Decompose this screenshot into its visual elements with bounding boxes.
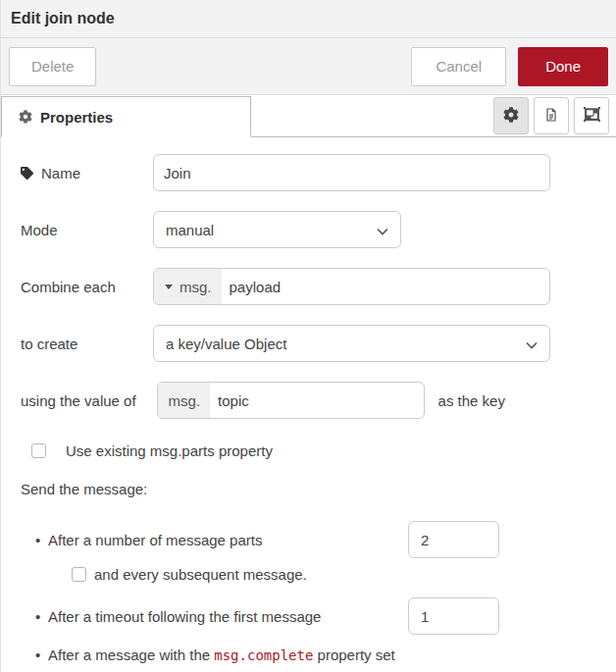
key-typed-input: msg. <box>157 382 425 419</box>
name-input[interactable] <box>153 154 550 191</box>
use-parts-label: Use existing msg.parts property <box>66 442 273 459</box>
count-trigger-item: After a number of message parts <box>21 521 596 558</box>
tab-properties-label: Properties <box>40 109 113 126</box>
combine-typed-input: msg. <box>153 268 550 305</box>
send-message-heading: Send the message: <box>21 481 596 497</box>
key-label: using the value of <box>21 392 136 409</box>
dialog-toolbar: Delete Cancel Done <box>1 38 616 95</box>
caret-down-icon <box>165 284 173 289</box>
tab-properties[interactable]: Properties <box>1 96 251 137</box>
document-icon <box>543 107 559 126</box>
tab-icon-buttons <box>493 97 609 134</box>
use-parts-row: Use existing msg.parts property <box>31 442 596 459</box>
mode-label: Mode <box>21 222 153 238</box>
edit-node-dialog: Edit join node Delete Cancel Done Proper… <box>0 0 616 672</box>
name-row: Name <box>21 154 596 191</box>
cancel-button[interactable]: Cancel <box>411 47 506 86</box>
tag-icon <box>21 167 33 180</box>
gear-icon <box>503 107 519 126</box>
tab-bar: Properties <box>1 95 616 137</box>
mode-select[interactable]: manual <box>153 211 401 248</box>
timeout-input[interactable] <box>408 597 499 635</box>
dialog-header: Edit join node <box>1 0 616 38</box>
combine-label: Combine each <box>21 279 153 295</box>
count-input[interactable] <box>408 521 499 558</box>
key-suffix-text: as the key <box>438 392 505 409</box>
dialog-title: Edit join node <box>11 10 115 27</box>
complete-text-after: property set <box>313 646 394 663</box>
timeout-trigger-item: After a timeout following the first mess… <box>21 597 596 635</box>
create-row: to create a key/value Object <box>21 325 596 362</box>
description-tab-button[interactable] <box>534 97 569 134</box>
complete-trigger-item: After a message with the msg.complete pr… <box>21 646 596 663</box>
object-group-icon <box>584 106 600 126</box>
dialog-body: Name Mode manual Combine each msg. <box>1 137 616 663</box>
chevron-down-icon <box>377 222 388 238</box>
combine-row: Combine each msg. <box>21 268 596 305</box>
combine-type-label: msg. <box>180 279 212 295</box>
key-type-label: msg. <box>169 392 201 409</box>
combine-value-input[interactable] <box>222 269 549 304</box>
key-row: using the value of msg. as the key <box>21 382 596 419</box>
use-parts-checkbox[interactable] <box>31 443 46 458</box>
trigger-list: After a number of message parts and ever… <box>21 521 596 663</box>
mode-row: Mode manual <box>21 211 596 248</box>
chevron-down-icon <box>526 336 538 352</box>
key-value-input[interactable] <box>210 383 423 418</box>
appearance-tab-button[interactable] <box>574 97 609 134</box>
create-select[interactable]: a key/value Object <box>153 325 550 362</box>
create-select-value: a key/value Object <box>166 336 286 352</box>
gear-icon <box>19 110 32 124</box>
properties-tab-button[interactable] <box>493 97 529 134</box>
msg-complete-code: msg.complete <box>214 647 313 663</box>
delete-button[interactable]: Delete <box>9 47 96 86</box>
subsequent-label: and every subsequent message. <box>94 566 307 583</box>
combine-type-button[interactable]: msg. <box>154 269 222 304</box>
subsequent-checkbox[interactable] <box>72 567 86 582</box>
complete-text-before: After a message with the <box>48 646 214 663</box>
name-label-text: Name <box>41 165 80 181</box>
subsequent-row: and every subsequent message. <box>72 566 596 583</box>
name-label: Name <box>21 165 153 181</box>
timeout-trigger-label: After a timeout following the first mess… <box>48 608 321 625</box>
done-button[interactable]: Done <box>518 47 608 86</box>
mode-select-value: manual <box>166 222 214 238</box>
key-type-button[interactable]: msg. <box>158 383 211 418</box>
count-trigger-label: After a number of message parts <box>48 532 262 548</box>
create-label: to create <box>21 336 153 352</box>
